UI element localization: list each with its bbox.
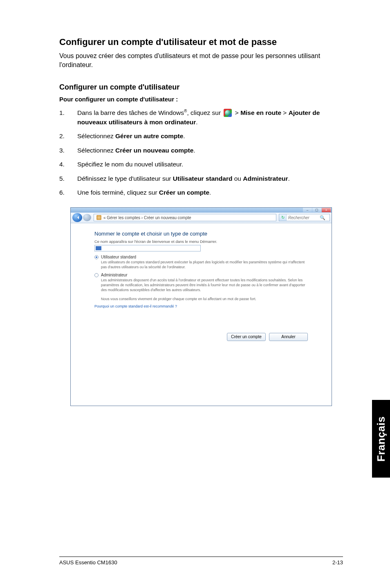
procedure-heading: Pour configurer un compte d'utilisateur … xyxy=(59,96,343,103)
option-standard-title: Utilisateur standard xyxy=(101,255,136,259)
intro-text: Vous pouvez créer des comptes d'utilisat… xyxy=(59,52,343,69)
windows-start-icon xyxy=(224,109,232,117)
step-3: 3. Sélectionnez Créer un nouveau compte. xyxy=(59,146,343,155)
search-box[interactable]: ↻ 🔍 xyxy=(279,214,330,221)
step-number: 3. xyxy=(59,146,77,155)
option-admin-title: Administrateur xyxy=(101,273,127,277)
bold-mise-en-route: Mise en route xyxy=(240,109,281,116)
step-number: 1. xyxy=(59,108,77,117)
navbar: « Gérer les comptes › Créer un nouveau c… xyxy=(71,213,332,223)
nav-forward-button[interactable] xyxy=(83,214,91,221)
user-accounts-icon xyxy=(96,215,101,220)
steps-list: 1. Dans la barre des tâches de Windows®,… xyxy=(59,108,343,197)
dialog-content: Nommer le compte et choisir un type de c… xyxy=(71,223,332,330)
footer-page-number: 2-13 xyxy=(332,559,343,566)
footer-product: ASUS Essentio CM1630 xyxy=(59,559,117,566)
step-number: 2. xyxy=(59,132,77,141)
step-number: 5. xyxy=(59,174,77,183)
dialog-subtitle: Ce nom apparaîtra sur l'écran de bienven… xyxy=(94,239,308,244)
recommendation-text: Nous vous conseillons vivement de protég… xyxy=(101,297,308,301)
language-tab: Français xyxy=(372,400,390,478)
why-standard-link[interactable]: Pourquoi un compte standard est-il recom… xyxy=(94,304,308,308)
dialog-title: Nommer le compte et choisir un type de c… xyxy=(94,231,308,237)
step-2: 2. Sélectionnez Gérer un autre compte. xyxy=(59,132,343,141)
account-name-input[interactable] xyxy=(94,245,201,251)
dialog-screenshot: – ▢ × « Gérer les comptes › Créer un nou… xyxy=(70,207,332,406)
step-5: 5. Définissez le type d'utilisateur sur … xyxy=(59,174,343,183)
language-label: Français xyxy=(375,416,388,462)
dialog-buttons: Créer un compte Annuler xyxy=(71,330,332,344)
create-account-button[interactable]: Créer un compte xyxy=(227,333,266,341)
window-titlebar: – ▢ × xyxy=(71,208,332,213)
minimize-button[interactable]: – xyxy=(303,208,312,212)
step-number: 4. xyxy=(59,160,77,169)
page-footer: ASUS Essentio CM1630 2-13 xyxy=(59,557,343,566)
search-icon[interactable]: 🔍 xyxy=(319,215,326,220)
breadcrumb[interactable]: « Gérer les comptes › Créer un nouveau c… xyxy=(94,214,276,221)
option-admin-desc: Les administrateurs disposent d'un accès… xyxy=(101,278,305,293)
nav-back-button[interactable] xyxy=(72,213,82,222)
cancel-button[interactable]: Annuler xyxy=(269,333,308,341)
step-6: 6. Une fois terminé, cliquez sur Créer u… xyxy=(59,188,343,197)
search-refresh-icon[interactable]: ↻ xyxy=(279,214,287,221)
radio-admin[interactable] xyxy=(94,273,99,277)
section-heading: Configurer un compte d'utilisateur xyxy=(59,83,343,92)
step-4: 4. Spécifiez le nom du nouvel utilisateu… xyxy=(59,160,343,169)
page-title: Configurer un compte d'utilisateur et mo… xyxy=(59,37,343,47)
option-standard-desc: Les utilisateurs de comptes standard peu… xyxy=(101,260,305,270)
breadcrumb-text: « Gérer les comptes › Créer un nouveau c… xyxy=(103,215,191,220)
step-number: 6. xyxy=(59,188,77,197)
window-frame: – ▢ × « Gérer les comptes › Créer un nou… xyxy=(70,207,332,406)
step-text: Dans la barre des tâches de Windows xyxy=(77,109,184,116)
option-admin[interactable]: Administrateur Les administrateurs dispo… xyxy=(94,273,308,293)
option-standard[interactable]: Utilisateur standard Les utilisateurs de… xyxy=(94,255,308,270)
radio-standard[interactable] xyxy=(94,255,99,259)
search-input[interactable] xyxy=(287,215,319,220)
close-button[interactable]: × xyxy=(322,208,331,212)
maximize-button[interactable]: ▢ xyxy=(312,208,321,212)
step-1: 1. Dans la barre des tâches de Windows®,… xyxy=(59,108,343,127)
